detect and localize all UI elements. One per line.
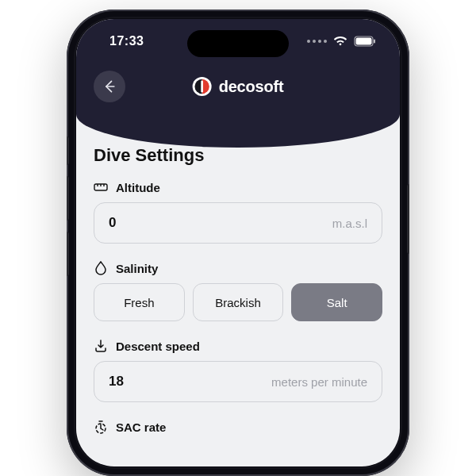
salinity-option-salt[interactable]: Salt — [291, 283, 382, 321]
content: Dive Settings Altitude 0 m.a.s.l Salinit… — [76, 142, 400, 466]
salinity-label: Salinity — [94, 261, 382, 275]
descent-input[interactable]: 18 meters per minute — [94, 361, 382, 402]
wifi-icon — [333, 36, 347, 47]
phone-side-button — [67, 232, 69, 276]
altitude-input[interactable]: 0 m.a.s.l — [94, 202, 382, 244]
altitude-unit: m.a.s.l — [332, 217, 367, 230]
salinity-label-text: Salinity — [116, 262, 158, 275]
cellular-dots-icon — [307, 40, 327, 43]
dynamic-island — [187, 30, 289, 57]
svg-rect-1 — [356, 38, 372, 45]
sac-label-text: SAC rate — [116, 420, 166, 434]
download-icon — [94, 339, 108, 353]
descent-label: Descent speed — [94, 339, 382, 353]
altitude-label-text: Altitude — [116, 181, 160, 194]
sac-label: SAC rate — [94, 420, 382, 434]
descent-value: 18 — [109, 374, 124, 390]
stopwatch-icon — [94, 420, 108, 434]
back-button[interactable] — [94, 71, 125, 102]
phone-side-button — [67, 136, 69, 165]
screen: 17:33 decosoft — [76, 19, 400, 466]
altitude-label: Altitude — [94, 180, 382, 194]
salinity-segmented: Fresh Brackish Salt — [94, 283, 382, 321]
altitude-value: 0 — [109, 215, 116, 231]
app-header: decosoft — [76, 68, 400, 105]
svg-rect-4 — [201, 81, 203, 93]
salinity-option-fresh[interactable]: Fresh — [94, 283, 185, 321]
battery-icon — [354, 36, 376, 47]
descent-label-text: Descent speed — [116, 340, 200, 353]
arrow-left-icon — [102, 79, 117, 94]
ruler-icon — [94, 180, 108, 194]
brand-logo-icon — [193, 77, 212, 96]
phone-side-button — [67, 176, 69, 221]
droplet-icon — [94, 261, 108, 275]
descent-unit: meters per minute — [271, 375, 367, 389]
phone-frame: 17:33 decosoft — [67, 10, 409, 476]
brand-name: decosoft — [219, 78, 284, 96]
salinity-option-brackish[interactable]: Brackish — [193, 283, 284, 321]
page-title: Dive Settings — [94, 145, 382, 166]
phone-side-button — [407, 184, 409, 254]
status-time: 17:33 — [109, 34, 144, 48]
svg-rect-2 — [374, 40, 375, 44]
brand: decosoft — [193, 77, 284, 96]
